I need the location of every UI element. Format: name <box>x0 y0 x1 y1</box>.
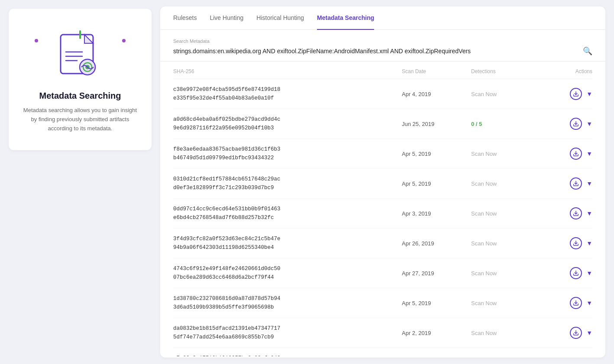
detection-cell[interactable]: Scan Now <box>471 240 540 247</box>
tab-historical-hunting[interactable]: Historical Hunting <box>256 6 304 30</box>
search-area: Search Metadata strings.domains:en.wikip… <box>160 30 605 61</box>
hash-cell: c38e9972e08f4cba595d5f6e874199d18e335f95… <box>173 85 402 103</box>
expand-chevron[interactable]: ▼ <box>586 150 592 157</box>
actions-cell: ▼ <box>540 207 592 219</box>
info-card: Metadata Searching Metadata searching al… <box>9 9 152 150</box>
table-row: a0d68cd4eba0a6f025bdbe279acd9dd4c9e6d928… <box>173 109 592 139</box>
tab-rulesets[interactable]: Rulesets <box>173 6 197 30</box>
hash-cell: 1d38780c2327086816d0a87d878d57b943d6ad51… <box>173 294 402 312</box>
actions-cell: ▼ <box>540 267 592 279</box>
download-button[interactable] <box>570 297 582 309</box>
dot-top-decoration <box>79 30 81 39</box>
left-panel: Metadata Searching Metadata searching al… <box>0 0 160 364</box>
search-label: Search Metadata <box>173 39 592 44</box>
expand-chevron[interactable]: ▼ <box>586 210 592 217</box>
hash-cell: 4743c6f912e49f148fe24620661d0dc5007bc6ea… <box>173 264 402 282</box>
card-icon-area <box>22 26 139 82</box>
detection-cell[interactable]: Scan Now <box>471 91 540 97</box>
col-scan-date: Scan Date <box>402 68 471 74</box>
date-cell: Apr 5, 2019 <box>402 300 471 306</box>
date-cell: Apr 27, 2019 <box>402 270 471 277</box>
dot-left-decoration <box>35 39 38 42</box>
table-row: c38e9972e08f4cba595d5f6e874199d18e335f95… <box>173 79 592 109</box>
col-detections: Detections <box>471 68 540 74</box>
actions-cell: ▼ <box>540 327 592 339</box>
expand-chevron[interactable]: ▼ <box>586 180 592 187</box>
date-cell: Apr 3, 2019 <box>402 210 471 217</box>
actions-cell: ▼ <box>540 237 592 249</box>
table-row: f8e3ae6edaa83675acbae981d36c1f6b3b46749d… <box>173 139 592 169</box>
download-button[interactable] <box>570 267 582 279</box>
dot-right-decoration <box>122 39 126 42</box>
table-row: 1d38780c2327086816d0a87d878d57b943d6ad51… <box>173 288 592 318</box>
right-panel: Rulesets Live Hunting Historical Hunting… <box>160 6 605 358</box>
download-button[interactable] <box>570 177 582 190</box>
date-cell: Apr 5, 2019 <box>402 151 471 157</box>
actions-cell: ▼ <box>540 118 592 130</box>
expand-chevron[interactable]: ▼ <box>586 120 592 127</box>
hash-cell: 3f4d93cfc82a0f523d63ec84c21c5b47e94b9a06… <box>173 235 402 252</box>
tabs-bar: Rulesets Live Hunting Historical Hunting… <box>160 6 605 30</box>
detection-cell[interactable]: Scan Now <box>471 270 540 277</box>
table-row: 0310d21cf8ed1f57884cb6517648c29acd0ef3e1… <box>173 169 592 199</box>
col-sha256: SHA-256 <box>173 68 402 74</box>
table-area: SHA-256 Scan Date Detections Actions c38… <box>160 61 605 356</box>
download-button[interactable] <box>570 118 582 130</box>
date-cell: Apr 4, 2019 <box>402 91 471 97</box>
download-button[interactable] <box>570 237 582 249</box>
actions-cell: ▼ <box>540 148 592 160</box>
detection-cell[interactable]: Scan Now <box>471 330 540 336</box>
expand-chevron[interactable]: ▼ <box>586 270 592 277</box>
actions-cell: ▼ <box>540 88 592 100</box>
search-icon[interactable]: 🔍 <box>583 46 592 56</box>
tab-live-hunting[interactable]: Live Hunting <box>210 6 243 30</box>
table-row: a7e83a3e17510b1918357be0c03efc942eb7f026… <box>173 348 592 356</box>
detection-cell[interactable]: Scan Now <box>471 180 540 187</box>
search-value[interactable]: strings.domains:en.wikipedia.org AND exi… <box>173 48 578 55</box>
detection-cell[interactable]: Scan Now <box>471 300 540 306</box>
download-button[interactable] <box>570 207 582 219</box>
download-button[interactable] <box>570 148 582 160</box>
date-cell: Jun 25, 2019 <box>402 121 471 127</box>
expand-chevron[interactable]: ▼ <box>586 329 592 336</box>
expand-chevron[interactable]: ▼ <box>586 90 592 97</box>
hash-cell: f8e3ae6edaa83675acbae981d36c1f6b3b46749d… <box>173 145 402 162</box>
table-row: 3f4d93cfc82a0f523d63ec84c21c5b47e94b9a06… <box>173 229 592 258</box>
search-row: strings.domains:en.wikipedia.org AND exi… <box>173 46 592 61</box>
table-row: 0dd97c14cc9c6ecd64e531bb0b9f01463e6bd4cb… <box>173 199 592 229</box>
hash-cell: da0832be1b815dfacd21391eb473477175df74e7… <box>173 324 402 341</box>
detection-cell: 0 / 5 <box>471 121 540 127</box>
expand-chevron[interactable]: ▼ <box>586 300 592 306</box>
date-cell: Apr 2, 2019 <box>402 330 471 336</box>
detection-cell[interactable]: Scan Now <box>471 210 540 217</box>
hash-cell: a0d68cd4eba0a6f025bdbe279acd9dd4c9e6d928… <box>173 115 402 132</box>
card-title: Metadata Searching <box>22 91 139 101</box>
download-button[interactable] <box>570 88 582 100</box>
table-body: c38e9972e08f4cba595d5f6e874199d18e335f95… <box>173 79 592 356</box>
table-row: 4743c6f912e49f148fe24620661d0dc5007bc6ea… <box>173 258 592 288</box>
col-actions: Actions <box>540 68 592 74</box>
table-header: SHA-256 Scan Date Detections Actions <box>173 61 592 79</box>
date-cell: Apr 26, 2019 <box>402 240 471 247</box>
expand-chevron[interactable]: ▼ <box>586 240 592 247</box>
date-cell: Apr 5, 2019 <box>402 180 471 187</box>
tab-metadata-searching[interactable]: Metadata Searching <box>317 6 374 30</box>
hash-cell: 0dd97c14cc9c6ecd64e531bb0b9f01463e6bd4cb… <box>173 205 402 222</box>
actions-cell: ▼ <box>540 177 592 190</box>
hash-cell: 0310d21cf8ed1f57884cb6517648c29acd0ef3e1… <box>173 175 402 192</box>
card-description: Metadata searching allows you to gain in… <box>22 106 139 133</box>
hash-cell: a7e83a3e17510b1918357be0c03efc942eb7f026… <box>173 354 402 356</box>
actions-cell: ▼ <box>540 297 592 309</box>
detection-cell[interactable]: Scan Now <box>471 151 540 157</box>
download-button[interactable] <box>570 327 582 339</box>
table-row: da0832be1b815dfacd21391eb473477175df74e7… <box>173 318 592 348</box>
